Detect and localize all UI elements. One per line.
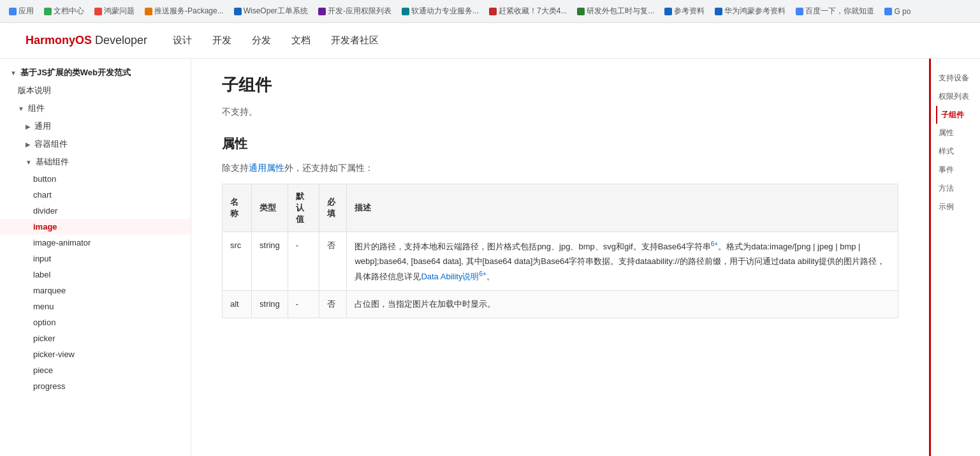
toc-item-events[interactable]: 事件 [936, 161, 975, 179]
sidebar-item-button[interactable]: button [0, 171, 191, 187]
browser-tab-ref[interactable]: 参考资料 [661, 4, 708, 18]
chevron-down-icon-2: ▼ [18, 105, 24, 112]
sidebar-item-basic[interactable]: ▼ 基础组件 [0, 153, 191, 171]
browser-tab-g[interactable]: G po [881, 6, 914, 17]
browser-tab-collect[interactable]: 赶紧收藏！7大类4... [485, 4, 571, 18]
browser-tab-outsource[interactable]: 研发外包工时与复... [573, 4, 658, 18]
browser-tab-huawei-ref[interactable]: 华为鸿蒙参考资料 [711, 4, 789, 18]
toc-item-attr[interactable]: 属性 [936, 124, 975, 142]
toc-item-support[interactable]: 支持设备 [936, 69, 975, 87]
sidebar-item-version[interactable]: 版本说明 [0, 82, 191, 99]
table-header-desc: 描述 [347, 184, 898, 232]
right-toc: 支持设备 权限列表 子组件 属性 样式 事件 方法 示例 [929, 59, 980, 456]
toc-item-permissions[interactable]: 权限列表 [936, 87, 975, 106]
nav-menu: 设计 开发 分发 文档 开发者社区 [173, 34, 379, 47]
attr-description: 除支持通用属性外，还支持如下属性： [222, 160, 898, 176]
sidebar-item-divider[interactable]: divider [0, 203, 191, 219]
sidebar-item-chart[interactable]: chart [0, 187, 191, 203]
sidebar-item-image-animator[interactable]: image-animator [0, 235, 191, 251]
table-cell-src-type: string [252, 232, 288, 291]
toc-item-child[interactable]: 子组件 [936, 106, 975, 124]
site-logo: HarmonyOS Developer [26, 34, 147, 47]
sidebar-item-picker[interactable]: picker [0, 330, 191, 346]
table-cell-alt-type: string [252, 291, 288, 318]
chevron-down-icon: ▼ [10, 70, 17, 77]
sidebar-item-progress[interactable]: progress [0, 378, 191, 394]
browser-tab-soft[interactable]: 软通动力专业服务... [398, 4, 483, 18]
table-cell-alt-required: 否 [319, 291, 347, 318]
sidebar-item-picker-view[interactable]: picker-view [0, 346, 191, 362]
attr-title: 属性 [222, 135, 898, 152]
browser-tabs-bar: 应用 文档中心 鸿蒙问题 推送服务-Package... WiseOper工单系… [0, 0, 980, 23]
main-layout: ▼ 基于JS扩展的类Web开发范式 版本说明 ▼ 组件 ▶ 通用 ▶ 容器组件 … [0, 59, 980, 456]
browser-tab-wise[interactable]: WiseOper工单系统 [230, 4, 312, 18]
browser-tab-perm[interactable]: 开发-应用权限列表 [314, 4, 395, 18]
browser-tab-baidu[interactable]: 百度一下，你就知道 [792, 4, 878, 18]
sidebar-item-label[interactable]: label [0, 267, 191, 283]
table-cell-src-default: - [288, 232, 319, 291]
sidebar: ▼ 基于JS扩展的类Web开发范式 版本说明 ▼ 组件 ▶ 通用 ▶ 容器组件 … [0, 59, 191, 456]
browser-tab-huawei-q[interactable]: 鸿蒙问题 [91, 4, 138, 18]
site-header: HarmonyOS Developer 设计 开发 分发 文档 开发者社区 [0, 23, 980, 59]
sidebar-item-option[interactable]: option [0, 314, 191, 330]
attributes-table: 名称 类型 默认值 必填 描述 src string - 否 图片的路径，支持本… [222, 184, 898, 318]
nav-develop[interactable]: 开发 [212, 34, 231, 47]
table-header-type: 类型 [252, 184, 288, 232]
table-cell-src-desc: 图片的路径，支持本地和云端路径，图片格式包括png、jpg、bmp、svg和gi… [347, 232, 898, 291]
browser-tab-push[interactable]: 推送服务-Package... [141, 4, 228, 18]
content-area: 子组件 不支持。 属性 除支持通用属性外，还支持如下属性： 名称 类型 默认值 … [191, 59, 929, 456]
nav-distribute[interactable]: 分发 [252, 34, 271, 47]
table-cell-alt-name: alt [223, 291, 252, 318]
table-row-alt: alt string - 否 占位图，当指定图片在加载中时显示。 [223, 291, 898, 318]
sidebar-item-piece[interactable]: piece [0, 362, 191, 378]
chevron-down-icon-3: ▼ [26, 159, 32, 166]
page-title: 子组件 [222, 74, 898, 96]
sidebar-item-common[interactable]: ▶ 通用 [0, 117, 191, 135]
table-cell-alt-desc: 占位图，当指定图片在加载中时显示。 [347, 291, 898, 318]
table-cell-src-name: src [223, 232, 252, 291]
nav-community[interactable]: 开发者社区 [331, 34, 379, 47]
table-header-name: 名称 [223, 184, 252, 232]
sidebar-item-menu[interactable]: menu [0, 298, 191, 314]
browser-tab-apps[interactable]: 应用 [5, 4, 38, 18]
table-header-default: 默认值 [288, 184, 319, 232]
sidebar-item-js-web[interactable]: ▼ 基于JS扩展的类Web开发范式 [0, 64, 191, 82]
browser-tab-docs[interactable]: 文档中心 [40, 4, 88, 18]
common-attr-link[interactable]: 通用属性 [249, 163, 284, 173]
toc-item-methods[interactable]: 方法 [936, 179, 975, 198]
subtitle: 不支持。 [222, 104, 898, 120]
table-cell-src-required: 否 [319, 232, 347, 291]
toc-item-example[interactable]: 示例 [936, 198, 975, 216]
nav-docs[interactable]: 文档 [291, 34, 311, 47]
nav-design[interactable]: 设计 [173, 34, 192, 47]
table-header-required: 必填 [319, 184, 347, 232]
sidebar-item-input[interactable]: input [0, 251, 191, 267]
chevron-right-icon: ▶ [26, 123, 31, 130]
sidebar-item-marquee[interactable]: marquee [0, 283, 191, 298]
chevron-right-icon-2: ▶ [26, 141, 31, 148]
toc-item-style[interactable]: 样式 [936, 142, 975, 161]
data-ability-link[interactable]: Data Ability说明6+ [421, 272, 486, 281]
table-cell-alt-default: - [288, 291, 319, 318]
table-row-src: src string - 否 图片的路径，支持本地和云端路径，图片格式包括png… [223, 232, 898, 291]
sidebar-item-image[interactable]: image [0, 219, 191, 235]
sidebar-item-container[interactable]: ▶ 容器组件 [0, 135, 191, 153]
sidebar-item-components[interactable]: ▼ 组件 [0, 99, 191, 117]
